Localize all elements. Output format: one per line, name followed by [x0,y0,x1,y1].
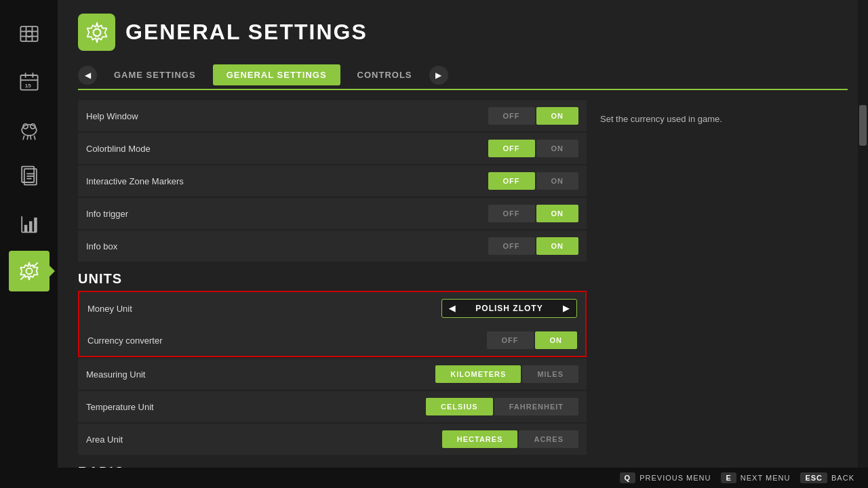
setting-row-measuring-unit: Measuring Unit KILOMETERS MILES [78,359,587,390]
toggle-on-help-window[interactable]: ON [536,107,579,125]
svg-text:15: 15 [24,83,31,89]
sidebar-item-calendar[interactable]: 15 [9,61,50,102]
setting-row-currency-converter: Currency converter OFF ON [79,325,585,356]
toggle-on-info-trigger[interactable]: ON [536,205,579,222]
settings-list: Help Window OFF ON Colorblind Mode OFF O… [78,100,587,488]
previous-menu-label: PREVIOUS MENU [639,474,711,482]
bottom-bar: Q PREVIOUS MENU E NEXT MENU ESC BACK [0,468,868,488]
setting-row-info-trigger: Info trigger OFF ON [78,198,587,229]
toggle-currency-converter: OFF ON [487,331,578,349]
setting-row-area-unit: Area Unit HECTARES ACRES [78,424,587,455]
money-unit-value: POLISH ZLOTY [475,304,542,313]
info-panel-text: Set the currency used in game. [600,114,749,124]
toggle-temperature-unit: CELSIUS FAHRENHEIT [426,398,578,415]
svg-line-14 [23,136,24,140]
sidebar-item-settings[interactable] [9,251,50,291]
toggle-on-zone-markers[interactable]: ON [536,172,579,190]
dropdown-right-arrow: ▶ [563,304,570,313]
setting-row-help-window: Help Window OFF ON [78,100,587,131]
tabs-container: ◀ GAME SETTINGS GENERAL SETTINGS CONTROL… [78,64,848,90]
svg-rect-27 [34,218,37,232]
toggle-off-help-window[interactable]: OFF [488,107,535,125]
page-header: GENERAL SETTINGS [78,14,848,51]
scrollbar-thumb[interactable] [859,105,867,146]
toggle-info-box: OFF ON [488,237,579,255]
tab-controls[interactable]: CONTROLS [344,64,426,85]
toggle-miles[interactable]: MILES [522,365,578,383]
sidebar-item-animals[interactable] [9,108,50,149]
sidebar-item-contracts[interactable] [9,156,50,197]
toggle-off-colorblind[interactable]: OFF [488,140,535,157]
next-menu-label: NEXT MENU [741,474,791,482]
toggle-off-info-box[interactable]: OFF [488,237,535,255]
label-info-box: Info box [86,241,117,251]
svg-rect-0 [20,26,37,41]
svg-line-30 [33,262,37,267]
setting-row-colorblind: Colorblind Mode OFF ON [78,133,587,164]
svg-rect-26 [29,221,33,232]
tab-game-settings[interactable]: GAME SETTINGS [100,64,210,85]
toggle-kilometers[interactable]: KILOMETERS [435,365,521,383]
esc-key: ESC [800,472,827,483]
units-section-header: UNITS [78,263,587,291]
toggle-hectares[interactable]: HECTARES [442,430,518,448]
svg-line-29 [20,274,25,279]
label-temperature-unit: Temperature Unit [86,402,154,412]
svg-point-31 [93,28,100,36]
dropdown-left-arrow: ◀ [449,304,456,313]
toggle-help-window: OFF ON [488,107,579,125]
label-area-unit: Area Unit [86,434,123,445]
sidebar-item-stats[interactable] [9,203,50,244]
money-unit-dropdown[interactable]: ◀ POLISH ZLOTY ▶ [441,299,577,318]
label-zone-markers: Interactive Zone Markers [86,176,184,186]
setting-row-info-box: Info box OFF ON [78,230,587,262]
highlighted-unit-section: Money Unit ◀ POLISH ZLOTY ▶ Currency con… [78,291,587,357]
label-info-trigger: Info trigger [86,209,128,219]
toggle-on-currency-converter[interactable]: ON [535,331,578,349]
setting-row-zone-markers: Interactive Zone Markers OFF ON [78,165,587,197]
toggle-fahrenheit[interactable]: FAHRENHEIT [494,398,578,415]
svg-line-17 [34,136,35,140]
setting-row-money-unit: Money Unit ◀ POLISH ZLOTY ▶ [79,292,585,325]
label-money-unit: Money Unit [87,304,132,314]
tab-next-arrow[interactable]: ▶ [429,66,448,85]
label-currency-converter: Currency converter [87,336,163,346]
page-title: GENERAL SETTINGS [125,20,368,45]
toggle-celsius[interactable]: CELSIUS [426,398,493,415]
sidebar: 15 [0,0,58,488]
main-content: GENERAL SETTINGS ◀ GAME SETTINGS GENERAL… [58,0,868,468]
next-menu-button[interactable]: E NEXT MENU [721,472,790,483]
svg-point-28 [26,268,32,274]
toggle-off-currency-converter[interactable]: OFF [487,331,534,349]
toggle-acres[interactable]: ACRES [519,430,578,448]
tab-general-settings[interactable]: GENERAL SETTINGS [213,64,340,85]
settings-area: Help Window OFF ON Colorblind Mode OFF O… [78,100,848,488]
svg-rect-25 [24,225,27,232]
svg-line-15 [27,136,28,140]
toggle-zone-markers: OFF ON [488,172,579,190]
q-key: Q [620,472,636,483]
svg-point-11 [22,125,37,136]
previous-menu-button[interactable]: Q PREVIOUS MENU [620,472,711,483]
scrollbar[interactable] [858,0,868,468]
toggle-info-trigger: OFF ON [488,205,579,222]
setting-row-temperature-unit: Temperature Unit CELSIUS FAHRENHEIT [78,391,587,422]
toggle-on-info-box[interactable]: ON [536,237,579,255]
toggle-off-zone-markers[interactable]: OFF [488,172,535,190]
toggle-measuring-unit: KILOMETERS MILES [435,365,578,383]
toggle-off-info-trigger[interactable]: OFF [488,205,535,222]
label-help-window: Help Window [86,111,138,121]
header-icon [78,14,115,51]
label-colorblind: Colorblind Mode [86,144,151,154]
toggle-on-colorblind[interactable]: ON [536,140,579,157]
toggle-colorblind: OFF ON [488,140,579,157]
toggle-area-unit: HECTARES ACRES [442,430,578,448]
sidebar-item-map[interactable] [9,14,50,54]
label-measuring-unit: Measuring Unit [86,369,145,380]
svg-line-16 [30,136,31,140]
info-panel: Set the currency used in game. [600,100,749,488]
back-label: BACK [831,474,854,482]
tab-prev-arrow[interactable]: ◀ [78,66,97,85]
back-button[interactable]: ESC BACK [800,472,854,483]
e-key: E [721,472,736,483]
